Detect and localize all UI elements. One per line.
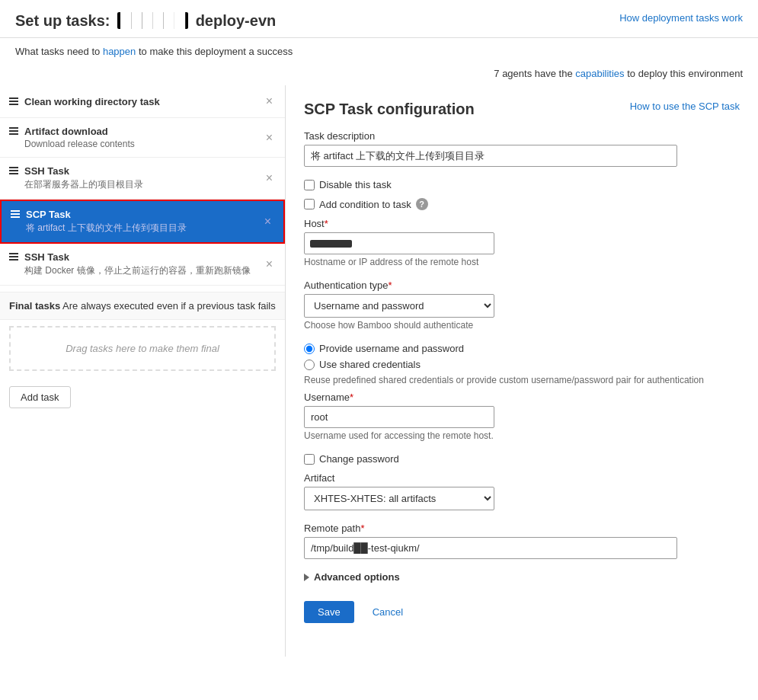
task-info-ssh2: SSH Task 构建 Docker 镜像，停止之前运行的容器，重新跑新镜像 [9,251,263,277]
form-actions: Save Cancel [304,601,740,623]
cancel-button[interactable]: Cancel [363,601,412,623]
task-close-scp[interactable]: × [261,213,274,230]
task-close-artifact[interactable]: × [263,129,276,146]
username-label-text: Username [304,392,350,403]
advanced-options-section: Advanced options [304,571,740,583]
artifact-select[interactable]: XHTES-XHTES: all artifacts [304,487,494,510]
host-group: Host* Hostname or IP address of the remo… [304,218,740,267]
remote-path-label: Remote path* [304,523,740,534]
task-info-artifact: Artifact download Download release conte… [9,126,263,149]
final-tasks-section: Final tasks Are always executed even if … [0,292,285,371]
task-drag-icon-4 [11,209,20,218]
task-text-artifact: Artifact download Download release conte… [24,126,135,149]
auth-type-label: Authentication type* [304,280,740,291]
disable-task-checkbox[interactable] [304,180,315,190]
remote-path-label-text: Remote path [304,523,360,534]
remote-path-input[interactable] [304,537,677,559]
disable-task-label: Disable this task [319,179,392,190]
final-tasks-title: Final tasks [9,300,60,312]
username-group: Username* Username used for accessing th… [304,392,740,441]
disable-task-row: Disable this task [304,179,740,190]
host-label: Host* [304,218,740,229]
right-panel-header: SCP Task configuration How to use the SC… [304,101,740,118]
task-name-ssh1: SSH Task [24,165,143,177]
add-condition-row: Add condition to task ? [304,198,740,210]
left-panel: Clean working directory task × Artifact … [0,85,286,657]
radio-provide-input[interactable] [304,344,315,354]
task-name-ssh2: SSH Task [24,251,251,263]
change-password-checkbox[interactable] [304,454,315,465]
task-info-scp: SCP Task 将 artifact 上下载的文件上传到项目目录 [11,209,261,235]
agents-bar: 7 agents have the capabilities to deploy… [0,65,758,85]
section-title: SCP Task configuration [304,101,475,118]
username-label: Username* [304,392,740,403]
task-item-clean[interactable]: Clean working directory task × [0,85,285,118]
change-password-row: Change password [304,453,740,465]
task-item-ssh2[interactable]: SSH Task 构建 Docker 镜像，停止之前运行的容器，重新跑新镜像 × [0,244,285,286]
task-description-label: Task description [304,130,740,142]
page-header: Set up tasks: ██████ deploy-evn How depl… [0,0,758,38]
page-title: Set up tasks: ██████ deploy-evn [15,12,276,30]
auth-type-select[interactable]: Username and password SSH key Shared cre… [304,294,494,318]
add-condition-label: Add condition to task [319,199,411,210]
task-close-ssh1[interactable]: × [263,170,276,187]
host-mask [310,240,352,248]
task-item-artifact[interactable]: Artifact download Download release conte… [0,118,285,158]
add-task-button[interactable]: Add task [9,386,71,408]
subtitle-link[interactable]: happen [103,46,136,57]
add-condition-checkbox[interactable] [304,199,315,209]
add-condition-help-icon[interactable]: ? [416,198,428,210]
radio-provide-label: Provide username and password [319,343,464,354]
agents-text: 7 agents have the [494,68,572,79]
host-input-wrapper [304,232,740,254]
capabilities-link[interactable]: capabilities [575,68,624,79]
save-button[interactable]: Save [304,601,354,623]
task-drag-icon-5 [9,251,18,261]
task-item-scp[interactable]: SCP Task 将 artifact 上下载的文件上传到项目目录 × [0,200,285,244]
radio-shared-input[interactable] [304,360,315,370]
remote-path-group: Remote path* [304,523,740,559]
title-prefix: Set up tasks: [15,12,110,29]
host-required: * [325,218,328,229]
auth-type-label-text: Authentication type [304,280,389,291]
subtitle-text: What tasks need to [15,46,100,57]
task-info-ssh1: SSH Task 在部署服务器上的项目根目录 [9,165,263,191]
artifact-label: Artifact [304,472,740,484]
radio-shared-row: Use shared credentials [304,359,740,370]
task-close-ssh2[interactable]: × [263,256,276,273]
page-subtitle: What tasks need to happen to make this d… [0,38,758,65]
main-layout: Clean working directory task × Artifact … [0,85,758,657]
task-name-scp: SCP Task [26,209,187,220]
task-drag-icon-3 [9,165,18,174]
advanced-toggle[interactable]: Advanced options [304,571,740,583]
task-text-clean: Clean working directory task [24,96,160,107]
artifact-group: Artifact XHTES-XHTES: all artifacts [304,472,740,510]
task-info-clean: Clean working directory task [9,96,263,107]
chevron-right-icon [304,574,309,581]
task-drag-icon-2 [9,126,18,135]
advanced-label: Advanced options [314,571,400,583]
task-close-clean[interactable]: × [263,93,276,110]
task-text-scp: SCP Task 将 artifact 上下载的文件上传到项目目录 [26,209,187,235]
final-tasks-header: Final tasks Are always executed even if … [0,292,285,320]
task-description-input[interactable] [304,145,677,167]
final-tasks-drop-text: Drag tasks here to make them final [66,343,219,354]
radio-shared-hint: Reuse predefined shared credentials or p… [304,375,740,385]
scp-help-link[interactable]: How to use the SCP task [630,101,740,112]
subtitle-rest: to make this deployment a success [139,46,293,57]
radio-shared-label: Use shared credentials [319,359,421,370]
task-text-ssh2: SSH Task 构建 Docker 镜像，停止之前运行的容器，重新跑新镜像 [24,251,251,277]
task-name-artifact: Artifact download [24,126,135,137]
auth-choose-hint: Choose how Bamboo should authenticate [304,320,740,331]
final-tasks-drop-zone: Drag tasks here to make them final [9,326,276,371]
task-desc-ssh1: 在部署服务器上的项目根目录 [24,178,143,191]
task-drag-icon [9,96,18,105]
username-input[interactable] [304,406,494,428]
host-hint: Hostname or IP address of the remote hos… [304,257,740,267]
task-desc-artifact: Download release contents [24,139,135,149]
deployment-tasks-link[interactable]: How deployment tasks work [619,12,743,24]
auth-type-group: Authentication type* Username and passwo… [304,280,740,331]
task-item-ssh1[interactable]: SSH Task 在部署服务器上的项目根目录 × [0,158,285,200]
auth-radio-group: Provide username and password Use shared… [304,343,740,385]
task-desc-scp: 将 artifact 上下载的文件上传到项目目录 [26,222,187,235]
